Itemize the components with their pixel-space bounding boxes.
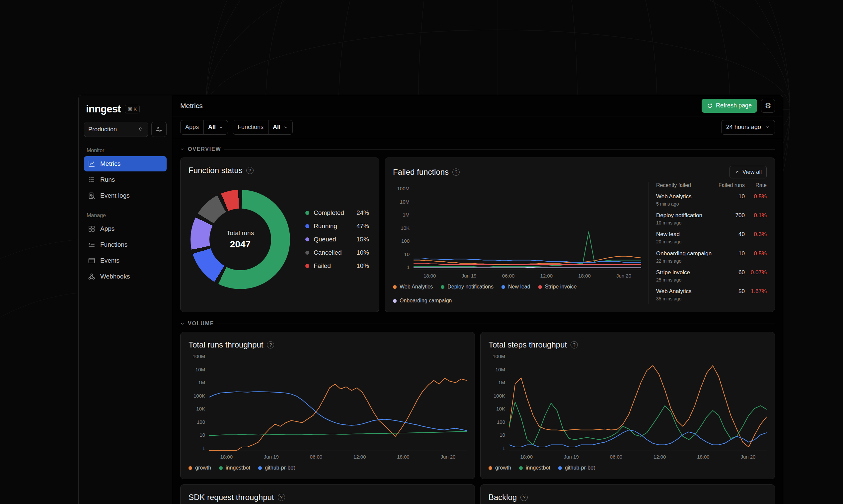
help-icon[interactable] bbox=[452, 168, 460, 176]
updown-chevrons-icon bbox=[137, 126, 144, 133]
webhook-icon bbox=[87, 272, 96, 281]
table-row[interactable]: Deploy notification 10 mins ago 700 0.1% bbox=[656, 210, 767, 228]
legend-dot bbox=[305, 237, 309, 241]
card-title: Function status bbox=[189, 166, 243, 175]
sidebar-item-label: Webhooks bbox=[100, 273, 130, 280]
time-range-selector[interactable]: 24 hours ago bbox=[721, 120, 775, 134]
legend-label: Cancelled bbox=[314, 249, 342, 256]
function-status-card: Function status Total runs 2047 bbox=[180, 158, 379, 312]
environment-selector[interactable]: Production bbox=[84, 122, 148, 137]
line-chart-plot bbox=[509, 354, 767, 451]
volume-section-toggle[interactable]: VOLUME bbox=[180, 321, 775, 327]
legend-row[interactable]: Running 47% bbox=[305, 222, 369, 230]
card-title: Backlog bbox=[488, 493, 517, 502]
help-icon[interactable] bbox=[246, 167, 254, 174]
sidebar-item-label: Events bbox=[100, 257, 119, 264]
legend-label: Completed bbox=[314, 209, 344, 217]
legend-item[interactable]: github-pr-bot bbox=[558, 465, 595, 471]
view-all-label: View all bbox=[742, 169, 762, 175]
table-header-failed-runs: Failed runs bbox=[718, 182, 745, 188]
sidebar-item-label: Event logs bbox=[100, 192, 130, 199]
function-status-legend: Completed 24% Running 47% bbox=[305, 209, 369, 270]
refresh-page-button[interactable]: Refresh page bbox=[702, 99, 757, 113]
legend-dot bbox=[441, 285, 444, 289]
sdk-request-throughput-card: SDK request throughput bbox=[180, 484, 475, 504]
legend-label: inngestbot bbox=[226, 465, 250, 471]
sidebar-item-event-logs[interactable]: Event logs bbox=[84, 188, 167, 203]
chevron-down-icon bbox=[180, 147, 185, 151]
legend-item[interactable]: github-pr-bot bbox=[258, 465, 295, 471]
table-row[interactable]: Onboarding campaign 22 mins ago 10 0.5% bbox=[656, 248, 767, 266]
settings-gear-button[interactable] bbox=[761, 99, 775, 113]
legend-row[interactable]: Queued 15% bbox=[305, 236, 369, 243]
failed-function-time: 5 mins ago bbox=[656, 201, 718, 206]
legend-item[interactable]: inngestbot bbox=[219, 465, 250, 471]
legend-row[interactable]: Completed 24% bbox=[305, 209, 369, 217]
y-axis-labels: 100M10M1M10K100101 bbox=[393, 186, 414, 270]
legend-percent: 15% bbox=[357, 236, 369, 243]
table-header-rate: Rate bbox=[745, 182, 767, 188]
legend-item[interactable]: growth bbox=[488, 465, 511, 471]
line-chart-plot bbox=[209, 354, 467, 451]
sidebar-item-webhooks[interactable]: Webhooks bbox=[84, 269, 167, 284]
failed-function-name: Stripe invoice bbox=[656, 269, 718, 276]
table-row[interactable]: Web Analytics 35 mins ago 50 1.67% bbox=[656, 286, 767, 304]
apps-filter[interactable]: Apps All bbox=[180, 120, 228, 134]
help-icon[interactable] bbox=[570, 341, 578, 348]
chevron-down-icon bbox=[180, 322, 185, 326]
recently-failed-table: Recently failed Failed runs Rate Web Ana… bbox=[649, 182, 767, 304]
legend-label: Stripe invoice bbox=[545, 284, 577, 290]
help-icon[interactable] bbox=[520, 494, 528, 501]
sidebar-item-runs[interactable]: Runs bbox=[84, 172, 167, 187]
legend-item[interactable]: inngestbot bbox=[519, 465, 550, 471]
legend-label: Failed bbox=[314, 262, 331, 270]
chevron-down-icon bbox=[765, 125, 770, 130]
legend-row[interactable]: Failed 10% bbox=[305, 262, 369, 270]
legend-percent: 24% bbox=[357, 209, 369, 217]
failed-function-time: 35 mins ago bbox=[656, 296, 718, 301]
legend-label: inngestbot bbox=[526, 465, 550, 471]
legend-item[interactable]: New lead bbox=[501, 284, 530, 290]
donut-total-value: 2047 bbox=[230, 239, 251, 250]
legend-dot bbox=[488, 466, 492, 470]
legend-dot bbox=[305, 264, 309, 268]
nav-group-label-monitor: Monitor bbox=[87, 147, 164, 154]
sidebar-item-apps[interactable]: Apps bbox=[84, 221, 167, 236]
inngest-logo[interactable]: inngest bbox=[86, 103, 121, 115]
line-chart-plot bbox=[414, 186, 641, 270]
card-title: SDK request throughput bbox=[189, 493, 274, 502]
legend-label: Onboarding campaign bbox=[400, 298, 452, 304]
card-title: Failed functions bbox=[393, 167, 449, 177]
view-all-button[interactable]: View all bbox=[729, 166, 767, 178]
filter-bar: Apps All Functions All 24 hours ago bbox=[172, 116, 783, 138]
legend-row[interactable]: Cancelled 10% bbox=[305, 249, 369, 256]
table-row[interactable]: Web Analytics 5 mins ago 10 0.5% bbox=[656, 191, 767, 209]
filter-settings-button[interactable] bbox=[151, 122, 167, 137]
main-area: Metrics Refresh page Apps All bbox=[172, 95, 783, 504]
chart-legend: growthinngestbotgithub-pr-bot bbox=[488, 465, 767, 471]
legend-item[interactable]: Web Analytics bbox=[393, 284, 433, 290]
sidebar-item-functions[interactable]: Functions bbox=[84, 237, 167, 252]
page-title: Metrics bbox=[180, 102, 203, 110]
failure-rate: 0.5% bbox=[745, 250, 767, 257]
table-row[interactable]: Stripe invoice 25 mins ago 60 0.07% bbox=[656, 267, 767, 285]
refresh-page-label: Refresh page bbox=[716, 102, 752, 109]
legend-percent: 10% bbox=[357, 249, 369, 256]
help-icon[interactable] bbox=[278, 494, 285, 501]
total-steps-chart: 100M10M1M100K10K100101 18:00Jun 1906:001… bbox=[488, 354, 767, 471]
overview-section-toggle[interactable]: OVERVIEW bbox=[180, 146, 775, 152]
legend-dot bbox=[305, 251, 309, 255]
legend-item[interactable]: Onboarding campaign bbox=[393, 298, 452, 304]
card-title: Total steps throughput bbox=[488, 340, 567, 349]
legend-item[interactable]: growth bbox=[189, 465, 211, 471]
sidebar-item-events[interactable]: Events bbox=[84, 253, 167, 268]
legend-item[interactable]: Deploy notifications bbox=[441, 284, 494, 290]
failure-rate: 0.1% bbox=[745, 212, 767, 219]
table-row[interactable]: New lead 20 mins ago 40 0.3% bbox=[656, 229, 767, 247]
legend-item[interactable]: Stripe invoice bbox=[538, 284, 577, 290]
legend-dot bbox=[219, 466, 223, 470]
sidebar-item-metrics[interactable]: Metrics bbox=[84, 156, 167, 172]
functions-filter[interactable]: Functions All bbox=[233, 120, 293, 134]
environment-value: Production bbox=[88, 126, 117, 133]
help-icon[interactable] bbox=[267, 341, 274, 348]
